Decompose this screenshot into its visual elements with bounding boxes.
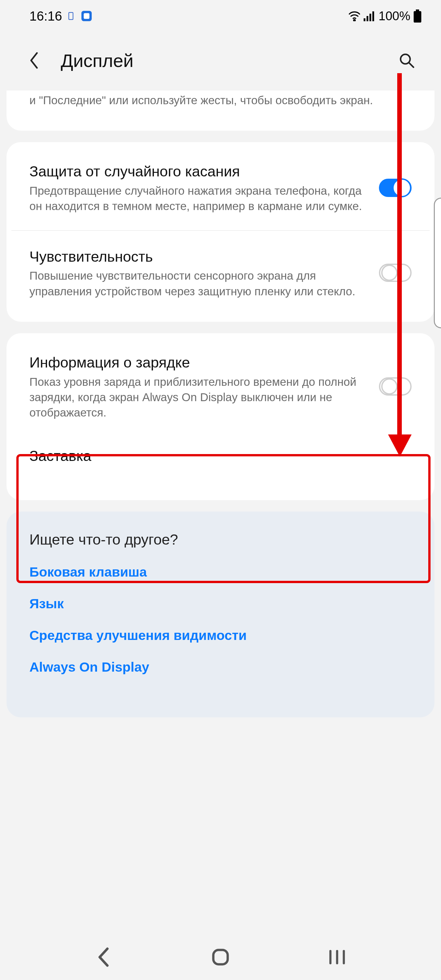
setting-title: Чувствительность [29,247,369,267]
back-button[interactable] [23,49,46,72]
app-icon [80,9,94,23]
scrollbar-handle[interactable] [434,197,441,328]
setting-title: Информация о зарядке [29,353,369,373]
toggle-accidental-touch[interactable] [379,179,412,197]
link-visibility[interactable]: Средства улучшения видимости [29,628,412,643]
settings-content: и "Последние" или используйте жесты, что… [0,91,441,980]
svg-point-3 [353,20,355,21]
svg-rect-6 [369,14,371,21]
status-time: 16:16 [29,9,62,24]
setting-subtitle: Показ уровня заряда и приблизительного в… [29,374,369,420]
setting-card-navbar: и "Последние" или используйте жесты, что… [6,91,435,130]
related-heading: Ищете что-то другое? [29,531,412,548]
setting-row-navbar-partial[interactable]: и "Последние" или используйте жесты, что… [6,91,435,118]
svg-rect-7 [373,11,374,21]
nav-recents-button[interactable] [319,939,355,975]
setting-subtitle: и "Последние" или используйте жесты, что… [29,92,402,108]
signal-icon [364,11,375,21]
system-navbar [0,934,441,980]
link-aod[interactable]: Always On Display [29,660,412,675]
setting-row-accidental-touch[interactable]: Защита от случайного касания Предотвраще… [6,155,435,223]
setting-row-touch-sensitivity[interactable]: Чувствительность Повышение чувствительно… [6,231,435,309]
nav-home-button[interactable] [202,939,239,975]
svg-rect-12 [213,950,228,964]
nav-back-button[interactable] [86,939,122,975]
wifi-icon [348,11,361,21]
link-language[interactable]: Язык [29,596,412,611]
page-title: Дисплей [61,50,395,71]
search-button[interactable] [395,49,418,72]
setting-row-charging-info[interactable]: Информация о зарядке Показ уровня заряда… [6,346,435,430]
setting-subtitle: Предотвращение случайного нажатия экрана… [29,183,369,214]
svg-rect-4 [364,18,365,21]
setting-title: Заставка [29,446,402,466]
related-settings-card: Ищете что-то другое? Боковая клавиша Язы… [6,512,435,718]
toggle-touch-sensitivity[interactable] [379,264,412,282]
svg-rect-2 [84,13,89,19]
svg-point-10 [401,54,410,64]
status-battery-text: 100% [379,9,410,23]
link-side-key[interactable]: Боковая клавиша [29,565,412,580]
setting-card-touch: Защита от случайного касания Предотвраще… [6,142,435,322]
toggle-charging-info[interactable] [379,377,412,396]
svg-line-11 [409,63,414,67]
svg-rect-5 [366,16,368,21]
battery-icon [414,10,421,22]
svg-rect-0 [69,13,73,20]
status-bar: 16:16 100% [0,0,441,32]
setting-row-screensaver[interactable]: Заставка [6,430,435,480]
app-bar: Дисплей [0,33,441,88]
setting-card-charging: Информация о зарядке Показ уровня заряда… [6,333,435,500]
setting-subtitle: Повышение чувствительности сенсорного эк… [29,268,369,299]
setting-title: Защита от случайного касания [29,162,369,181]
svg-rect-8 [416,10,419,11]
svg-rect-9 [414,11,421,22]
phone-icon [67,12,75,20]
